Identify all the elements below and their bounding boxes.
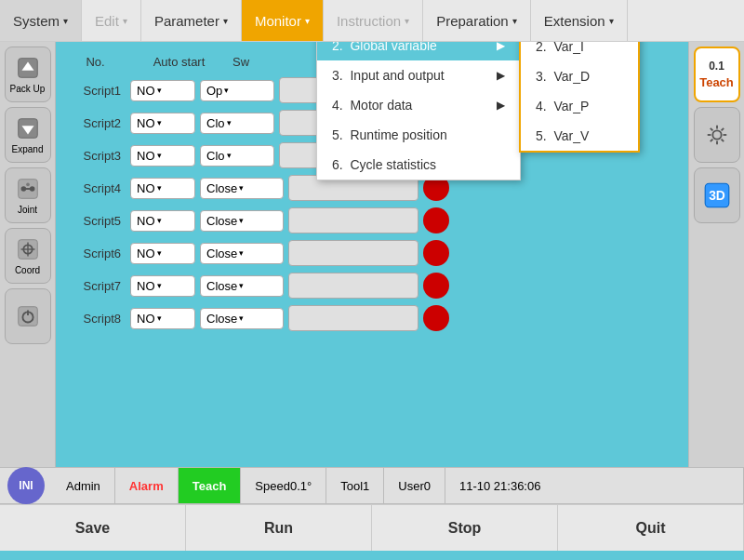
script8-sw-dropdown[interactable]: Close ▾ [200, 308, 284, 329]
menu-parameter[interactable]: Parameter ▾ [141, 0, 242, 41]
preparation-arrow-icon: ▾ [512, 16, 517, 26]
monitor-arrow-icon: ▾ [305, 16, 310, 26]
quit-button[interactable]: Quit [558, 505, 744, 551]
system-arrow-icon: ▾ [63, 16, 68, 26]
coord-icon [15, 236, 41, 262]
script3-sw-dropdown[interactable]: Clo ▾ [200, 145, 274, 167]
svg-line-24 [710, 140, 712, 142]
script2-no-dropdown[interactable]: NO ▾ [130, 113, 195, 134]
menu-preparation[interactable]: Preparation ▾ [423, 0, 531, 41]
menu-monitor[interactable]: Monitor ▾ [242, 0, 324, 41]
edit-arrow-icon: ▾ [123, 16, 127, 26]
svg-line-22 [721, 140, 724, 142]
script2-sw-dropdown[interactable]: Clo ▾ [200, 113, 274, 134]
extension-arrow-icon: ▾ [609, 16, 614, 26]
sidebar-btn-expand[interactable]: Expand [5, 107, 51, 163]
top-menu-bar: System ▾ Edit ▾ Parameter ▾ Monitor ▾ In… [0, 0, 744, 42]
status-tool: Tool1 [326, 468, 384, 503]
script8-label: Script8 [65, 312, 126, 326]
var-d-item[interactable]: 3. Var_D [521, 61, 638, 91]
menu-instruction[interactable]: Instruction ▾ [324, 0, 423, 41]
status-alarm: Alarm [115, 468, 179, 503]
script7-no-dropdown[interactable]: NO ▾ [130, 275, 195, 297]
script6-status-input[interactable] [288, 240, 418, 266]
main-layout: Pack Up Expand Joint [0, 42, 744, 467]
joint-icon [15, 176, 41, 202]
left-sidebar: Pack Up Expand Joint [0, 42, 56, 467]
script1-sw-dropdown[interactable]: Op ▾ [200, 80, 274, 101]
var-p-item[interactable]: 4. Var_P [521, 91, 638, 121]
globalvar-submenu[interactable]: 1. Var_B 2. Var_I 3. Var_D 4. Var_P 5. V… [519, 42, 640, 153]
monitor-menu-item-2[interactable]: 2. Global variable ▶ [317, 42, 520, 60]
menu-system[interactable]: System ▾ [0, 0, 82, 41]
packup-icon [15, 55, 41, 81]
3d-button[interactable]: 3D [694, 167, 740, 223]
power-icon [15, 303, 41, 329]
script7-status-circle [423, 273, 449, 299]
monitor-menu-item-6[interactable]: 6. Cycle statistics [317, 150, 520, 180]
svg-line-23 [721, 128, 724, 131]
script2-label: Script2 [65, 116, 126, 130]
ini-badge: INI [7, 467, 45, 504]
save-button[interactable]: Save [0, 505, 186, 551]
sidebar-btn-coord[interactable]: Coord [5, 228, 51, 284]
var-i-item[interactable]: 2. Var_I [521, 42, 638, 61]
script6-status-circle [423, 240, 449, 266]
script-row-5: Script5 NO ▾ Close ▾ [65, 207, 679, 233]
script7-sw-dropdown[interactable]: Close ▾ [200, 275, 284, 297]
status-bar: INI Admin Alarm Teach Speed0.1° Tool1 Us… [0, 467, 744, 504]
script4-label: Script4 [65, 181, 126, 195]
motordata-arrow-icon: ▶ [497, 99, 505, 112]
status-time: 11-10 21:36:06 [445, 468, 744, 503]
var-v-item[interactable]: 5. Var_V [521, 121, 638, 151]
status-user: User0 [384, 468, 445, 503]
script-row-8: Script8 NO ▾ Close ▾ [65, 305, 679, 331]
svg-point-8 [26, 182, 30, 186]
status-teach: Teach [179, 468, 242, 503]
monitor-menu-item-3[interactable]: 3. Input and output ▶ [317, 60, 520, 90]
menu-extension[interactable]: Extension ▾ [531, 0, 628, 41]
script-row-6: Script6 NO ▾ Close ▾ [65, 240, 679, 266]
teach-button[interactable]: 0.1 Teach [694, 47, 740, 102]
sidebar-btn-packup[interactable]: Pack Up [5, 47, 51, 102]
script4-sw-dropdown[interactable]: Close ▾ [200, 178, 284, 199]
coord-label: Coord [15, 265, 40, 275]
globalvar-arrow-icon: ▶ [497, 42, 505, 52]
right-sidebar: 0.1 Teach 3D [688, 42, 744, 467]
settings-button[interactable] [694, 107, 740, 163]
script8-status-circle [423, 305, 449, 331]
script-row-7: Script7 NO ▾ Close ▾ [65, 273, 679, 299]
parameter-arrow-icon: ▾ [223, 16, 228, 26]
script3-label: Script3 [65, 149, 126, 163]
script5-label: Script5 [65, 214, 126, 228]
script7-status-input[interactable] [288, 273, 418, 299]
expand-icon [15, 115, 41, 141]
monitor-menu-item-4[interactable]: 4. Motor data ▶ [317, 90, 520, 120]
run-button[interactable]: Run [186, 505, 372, 551]
script6-no-dropdown[interactable]: NO ▾ [130, 243, 195, 264]
script3-no-dropdown[interactable]: NO ▾ [130, 145, 195, 167]
script4-no-dropdown[interactable]: NO ▾ [130, 178, 195, 199]
script5-no-dropdown[interactable]: NO ▾ [130, 210, 195, 232]
monitor-dropdown[interactable]: 1. Position ▶ 2. Global variable ▶ 3. In… [316, 42, 521, 180]
svg-line-21 [710, 128, 712, 131]
script5-sw-dropdown[interactable]: Close ▾ [200, 210, 284, 232]
script8-status-input[interactable] [288, 305, 418, 331]
header-sw: Sw [232, 55, 316, 69]
menu-edit[interactable]: Edit ▾ [82, 0, 141, 41]
script8-no-dropdown[interactable]: NO ▾ [130, 308, 195, 329]
inputoutput-arrow-icon: ▶ [497, 69, 505, 82]
script1-no-dropdown[interactable]: NO ▾ [130, 80, 195, 101]
script6-label: Script6 [65, 247, 126, 260]
script5-status-input[interactable] [288, 207, 418, 233]
stop-button[interactable]: Stop [372, 505, 558, 551]
svg-point-16 [712, 130, 721, 139]
script6-sw-dropdown[interactable]: Close ▾ [200, 243, 284, 264]
bottom-toolbar: Save Run Stop Quit [0, 504, 744, 551]
header-autostart: Auto start [126, 55, 232, 69]
sidebar-btn-power[interactable] [5, 288, 51, 344]
script1-label: Script1 [65, 84, 126, 98]
monitor-menu-item-5[interactable]: 5. Runtime position [317, 120, 520, 150]
sidebar-btn-joint[interactable]: Joint [5, 167, 51, 223]
svg-text:3D: 3D [709, 188, 725, 203]
